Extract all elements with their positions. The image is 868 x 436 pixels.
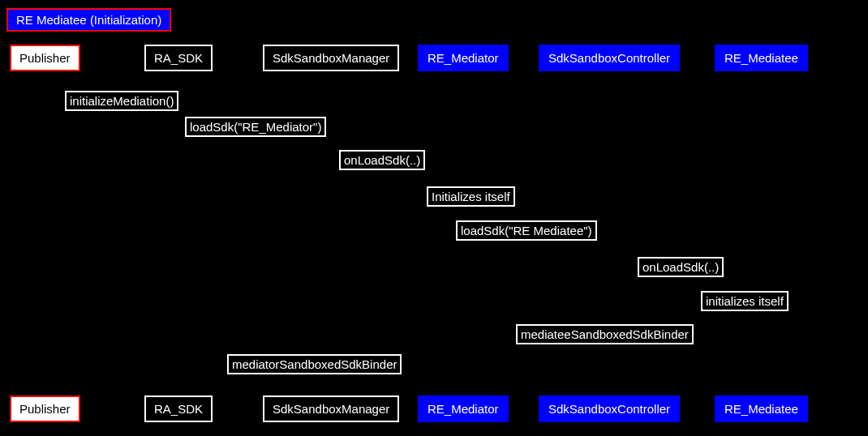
participant-mediatee-bottom: RE_Mediatee [715, 395, 808, 422]
participant-ra-sdk-top: RA_SDK [144, 45, 213, 71]
msg-init-mediation: initializeMediation() [65, 91, 178, 111]
msg-load-mediatee: loadSdk("RE Mediatee") [456, 220, 597, 241]
participant-sandbox-manager-bottom: SdkSandboxManager [263, 395, 399, 422]
msg-init-self-1: Initializes itself [427, 186, 515, 207]
participant-sandbox-controller-top: SdkSandboxController [539, 45, 680, 71]
participant-publisher-top: Publisher [10, 45, 80, 71]
msg-mediatee-binder: mediateeSandboxedSdkBinder [516, 324, 694, 344]
participant-mediator-top: RE_Mediator [418, 45, 509, 71]
msg-mediator-binder: mediatorSandboxedSdkBinder [227, 354, 402, 374]
participant-sandbox-controller-bottom: SdkSandboxController [539, 395, 680, 422]
msg-load-mediator: loadSdk("RE_Mediator") [185, 117, 326, 137]
diagram-title: RE Mediatee (Initialization) [6, 8, 171, 32]
participant-mediator-bottom: RE_Mediator [418, 395, 509, 422]
participant-publisher-bottom: Publisher [10, 395, 80, 422]
msg-init-self-2: initializes itself [701, 291, 789, 311]
msg-onload-2: onLoadSdk(..) [638, 257, 724, 277]
participant-sandbox-manager-top: SdkSandboxManager [263, 45, 399, 71]
participant-ra-sdk-bottom: RA_SDK [144, 395, 213, 422]
msg-onload-1: onLoadSdk(..) [339, 150, 425, 170]
participant-mediatee-top: RE_Mediatee [715, 45, 808, 71]
